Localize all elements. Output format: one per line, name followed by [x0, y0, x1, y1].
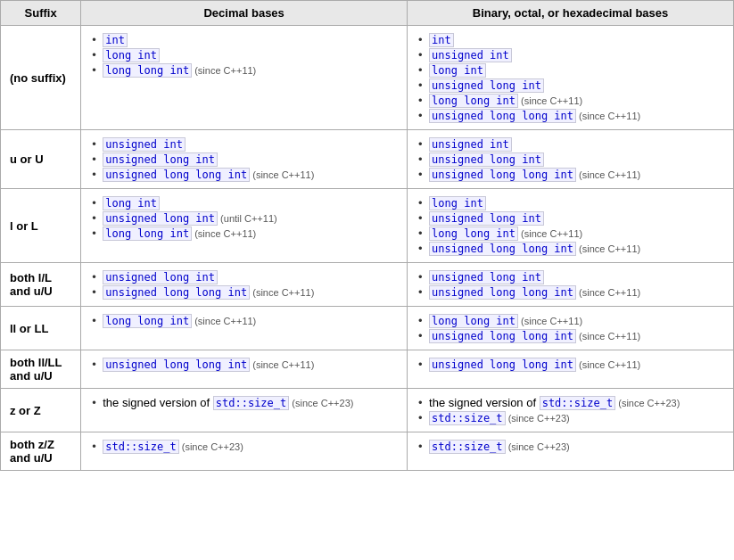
- table-row: both l/L and u/Uunsigned long intunsigne…: [1, 263, 734, 307]
- list-item: unsigned long int: [416, 152, 724, 166]
- since-note: (since C++11): [518, 95, 582, 106]
- binary-list: unsigned intunsigned long intunsigned lo…: [416, 137, 724, 181]
- list-item: int: [416, 33, 724, 46]
- list-item: std::size_t (since C++23): [416, 411, 724, 424]
- cell-binary: std::size_t (since C++23): [408, 432, 734, 471]
- list-item: unsigned long long int (since C++11): [416, 358, 724, 371]
- list-item: int: [90, 33, 398, 46]
- decimal-list: unsigned intunsigned long intunsigned lo…: [90, 137, 398, 181]
- decimal-list: the signed version of std::size_t (since…: [90, 396, 398, 409]
- cell-binary: unsigned long long int (since C++11): [408, 350, 734, 389]
- since-note: (since C++11): [192, 316, 256, 326]
- list-item: long int: [416, 196, 724, 210]
- list-item: std::size_t (since C++23): [90, 440, 398, 453]
- since-note: (since C++23): [615, 398, 680, 408]
- since-note: (since C++23): [179, 441, 243, 452]
- header-suffix: Suffix: [1, 1, 81, 26]
- header-binary: Binary, octal, or hexadecimal bases: [408, 1, 734, 26]
- cell-suffix: ll or LL: [1, 307, 81, 350]
- since-note: (since C++23): [506, 413, 570, 424]
- list-item: long long int (since C++11): [90, 226, 398, 240]
- cell-decimal: std::size_t (since C++23): [81, 432, 408, 471]
- binary-list: unsigned long intunsigned long long int …: [416, 270, 724, 299]
- since-note: (until C++11): [218, 213, 277, 224]
- list-item: long long int (since C++11): [90, 63, 398, 77]
- list-item: unsigned long int (until C++11): [90, 211, 398, 225]
- cell-binary: long long int (since C++11)unsigned long…: [408, 307, 734, 350]
- cell-binary: long intunsigned long intlong long int (…: [408, 189, 734, 263]
- since-note: (since C++11): [192, 228, 256, 239]
- since-note: (since C++11): [250, 359, 314, 370]
- list-item: unsigned int: [416, 137, 724, 151]
- decimal-list: intlong intlong long int (since C++11): [90, 33, 398, 77]
- integer-suffix-table: Suffix Decimal bases Binary, octal, or h…: [0, 0, 734, 471]
- cell-binary: unsigned intunsigned long intunsigned lo…: [408, 130, 734, 189]
- list-item: unsigned long int: [416, 270, 724, 284]
- table-row: z or Zthe signed version of std::size_t …: [1, 389, 734, 432]
- cell-binary: the signed version of std::size_t (since…: [408, 389, 734, 432]
- list-item: long long int (since C++11): [416, 94, 724, 107]
- cell-suffix: (no suffix): [1, 26, 81, 130]
- list-item: unsigned long long int (since C++11): [90, 168, 398, 181]
- header-decimal: Decimal bases: [81, 1, 408, 26]
- table-row: (no suffix)intlong intlong long int (sin…: [1, 26, 734, 130]
- list-item: long long int (since C++11): [90, 314, 398, 327]
- binary-list: long intunsigned long intlong long int (…: [416, 196, 724, 255]
- since-note: (since C++11): [576, 331, 640, 342]
- binary-list: the signed version of std::size_t (since…: [416, 396, 724, 424]
- cell-binary: unsigned long intunsigned long long int …: [408, 263, 734, 307]
- cell-suffix: z or Z: [1, 389, 81, 432]
- table-row: ll or LLlong long int (since C++11)long …: [1, 307, 734, 350]
- cell-decimal: intlong intlong long int (since C++11): [81, 26, 408, 130]
- list-item: long long int (since C++11): [416, 226, 724, 240]
- cell-suffix: both l/L and u/U: [1, 263, 81, 307]
- list-item: unsigned long int: [90, 152, 398, 166]
- list-item: unsigned long long int (since C++11): [416, 168, 724, 181]
- item-prefix: the signed version of: [103, 396, 213, 409]
- list-item: unsigned long long int (since C++11): [90, 285, 398, 299]
- list-item: unsigned int: [416, 48, 724, 62]
- cell-suffix: l or L: [1, 189, 81, 263]
- since-note: (since C++11): [250, 287, 314, 298]
- cell-decimal: unsigned long intunsigned long long int …: [81, 263, 408, 307]
- cell-decimal: unsigned intunsigned long intunsigned lo…: [81, 130, 408, 189]
- cell-decimal: long long int (since C++11): [81, 307, 408, 350]
- table-row: both ll/LL and u/Uunsigned long long int…: [1, 350, 734, 389]
- table-row: l or Llong intunsigned long int (until C…: [1, 189, 734, 263]
- decimal-list: unsigned long intunsigned long long int …: [90, 270, 398, 299]
- list-item: long int: [90, 196, 398, 210]
- list-item: unsigned long long int (since C++11): [90, 358, 398, 371]
- cell-suffix: u or U: [1, 130, 81, 189]
- decimal-list: long long int (since C++11): [90, 314, 398, 327]
- list-item: std::size_t (since C++23): [416, 440, 724, 453]
- cell-binary: intunsigned intlong intunsigned long int…: [408, 26, 734, 130]
- since-note: (since C++23): [289, 398, 353, 408]
- cell-suffix: both z/Z and u/U: [1, 432, 81, 471]
- decimal-list: unsigned long long int (since C++11): [90, 358, 398, 371]
- table-row: both z/Z and u/Ustd::size_t (since C++23…: [1, 432, 734, 471]
- binary-list: std::size_t (since C++23): [416, 440, 724, 453]
- table-row: u or Uunsigned intunsigned long intunsig…: [1, 130, 734, 189]
- since-note: (since C++11): [250, 169, 314, 180]
- cell-suffix: both ll/LL and u/U: [1, 350, 81, 389]
- since-note: (since C++11): [192, 65, 256, 76]
- list-item: long int: [416, 63, 724, 77]
- list-item: unsigned long long int (since C++11): [416, 242, 724, 255]
- since-note: (since C++11): [518, 228, 582, 239]
- list-item: unsigned int: [90, 137, 398, 151]
- since-note: (since C++11): [576, 287, 640, 298]
- item-prefix: the signed version of: [429, 396, 540, 409]
- since-note: (since C++11): [576, 243, 640, 254]
- since-note: (since C++23): [506, 441, 570, 452]
- list-item: long int: [90, 48, 398, 62]
- list-item: unsigned long long int (since C++11): [416, 329, 724, 342]
- list-item: unsigned long int: [416, 78, 724, 92]
- binary-list: intunsigned intlong intunsigned long int…: [416, 33, 724, 122]
- since-note: (since C++11): [518, 316, 582, 326]
- decimal-list: long intunsigned long int (until C++11)l…: [90, 196, 398, 240]
- since-note: (since C++11): [576, 111, 640, 121]
- cell-decimal: unsigned long long int (since C++11): [81, 350, 408, 389]
- list-item: the signed version of std::size_t (since…: [416, 396, 724, 409]
- list-item: the signed version of std::size_t (since…: [90, 396, 398, 409]
- list-item: long long int (since C++11): [416, 314, 724, 327]
